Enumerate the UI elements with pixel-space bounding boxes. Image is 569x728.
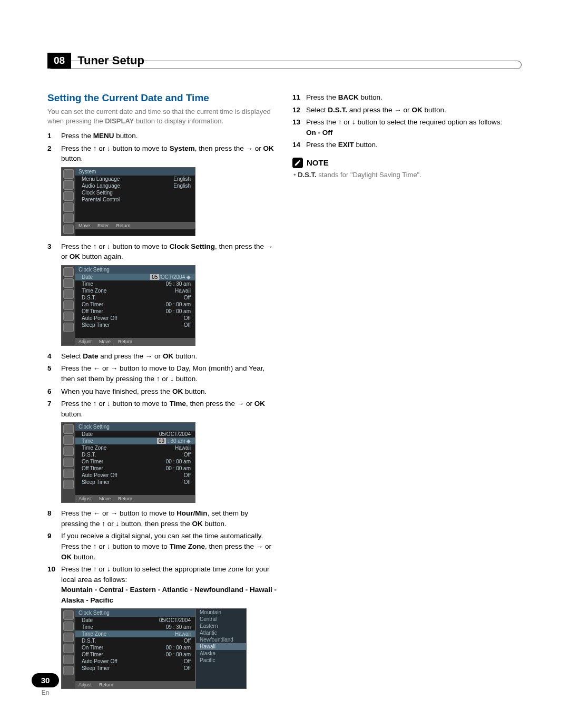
arrow-up-icon: ↑ [93,143,97,154]
step-6: 6 When you have finished, press the OK b… [47,386,277,397]
step-1: 1 Press the MENU button. [47,131,277,141]
timezone-list: Mountain - Central - Eastern - Atlantic … [61,586,277,604]
page-number: 30 [32,673,59,687]
step-14: 14 Press the EXIT button. [292,140,522,150]
step-7: 7 Press the ↑ or ↓ button to move to Tim… [47,399,277,419]
section-intro: You can set the current date and time so… [47,107,277,125]
page-footer: 30 En [32,673,59,696]
step-13: 13 Press the ↑ or ↓ button to select the… [292,117,522,138]
step-4: 4 Select Date and press the → or OK butt… [47,351,277,362]
step-2: 2 Press the ↑ or ↓ button to move to Sys… [47,143,277,164]
arrow-right-icon: → [246,143,253,154]
step-5: 5 Press the ← or → button to move to Day… [47,363,277,384]
step-11: 11 Press the BACK button. [292,92,522,103]
note-text: • D.S.T. stands for "Daylight Saving Tim… [293,171,522,179]
step-10: 10 Press the ↑ or ↓ button to select the… [47,564,277,605]
step-9: 9 If you receive a digital signal, you c… [47,531,277,562]
osd-clock-setting-time: Clock Setting Date05/OCT/2004Time09 : 30… [61,422,277,503]
osd-clock-setting-date: Clock Setting Date05/OCT/2004 ◆Time09 : … [61,265,277,346]
chapter-title: Tuner Setup [77,54,144,67]
note-header: NOTE [292,158,522,168]
page-language: En [32,689,59,696]
step-3: 3 Press the ↑ or ↓ button to move to Clo… [47,241,277,262]
arrow-down-icon: ↓ [107,143,111,154]
step-8: 8 Press the ← or → button to move to Hou… [47,508,277,529]
pencil-icon [292,158,303,168]
osd-system-menu: System Menu LanguageEnglishAudio Languag… [61,167,277,236]
section-heading: Setting the Current Date and Time [47,92,277,104]
chapter-header: 08 Tuner Setup [47,53,522,69]
note-label: NOTE [307,158,329,167]
chapter-number: 08 [47,53,71,69]
step-12: 12 Select D.S.T. and press the → or OK b… [292,105,522,115]
osd-clock-setting-timezone: Clock Setting Date05/OCT/2004Time09 : 30… [61,608,277,689]
timezone-popup: MountainCentralEasternAtlanticNewfoundla… [195,608,247,689]
